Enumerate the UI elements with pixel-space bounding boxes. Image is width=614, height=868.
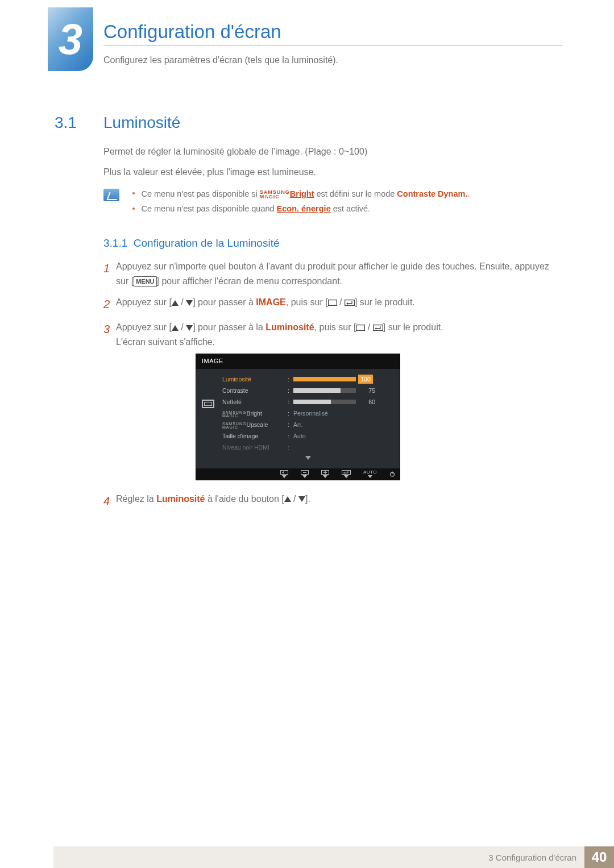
osd-screenshot: IMAGE Luminosité : 100 Contraste : (196, 354, 400, 480)
section-title: Luminosité (103, 114, 180, 132)
osd-row-hdmi: Niveau noir HDMI : (222, 442, 394, 453)
triangle-down-icon (186, 300, 193, 306)
triangle-up-icon (284, 496, 291, 502)
source-rect-icon (356, 325, 365, 331)
step-number: 2 (103, 295, 116, 313)
svg-rect-3 (345, 300, 354, 306)
step-number: 3 (103, 320, 116, 484)
chapter-number: 3 (59, 18, 82, 61)
note-item-2: Ce menu n'est pas disponible quand Econ.… (132, 204, 561, 213)
svg-marker-22 (343, 472, 345, 474)
svg-marker-27 (284, 496, 291, 502)
osd-row-luminosite: Luminosité : 100 (222, 373, 394, 385)
osd-row-taille: Taille d'image : Auto (222, 430, 394, 442)
menu-button-icon: MENU (134, 276, 156, 288)
osd-enter-icon (342, 470, 351, 478)
svg-rect-26 (392, 471, 392, 474)
chapter-header: Configuration d'écran Configurez les par… (103, 21, 563, 65)
osd-power-icon (389, 471, 395, 477)
svg-marker-6 (186, 325, 193, 331)
triangle-up-icon (172, 325, 179, 331)
osd-row-magicbright: SAMSUNGMAGICBright : Personnalisé (222, 408, 394, 419)
enter-rect-icon (373, 325, 383, 331)
svg-rect-21 (342, 470, 350, 474)
note-icon (103, 189, 119, 201)
page-footer: 3 Configuration d'écran 40 (53, 846, 614, 868)
note-list: Ce menu n'est pas disponible si SAMSUNGM… (132, 189, 561, 219)
svg-marker-1 (186, 300, 193, 306)
svg-marker-20 (323, 475, 327, 478)
svg-rect-7 (356, 325, 365, 331)
source-rect-icon (328, 300, 337, 306)
body-para-2: Plus la valeur est élevée, plus l'image … (103, 166, 563, 178)
note-block: Ce menu n'est pas disponible si SAMSUNGM… (103, 189, 563, 219)
triangle-down-icon (298, 496, 305, 502)
svg-rect-11 (280, 470, 288, 474)
step-3: 3 Appuyez sur [ / ] pour passer à la Lum… (103, 320, 563, 484)
osd-auto-label: AUTO (363, 470, 377, 478)
svg-marker-23 (344, 475, 349, 478)
triangle-up-icon (172, 300, 179, 306)
osd-nav-down (222, 453, 394, 465)
note-item-1: Ce menu n'est pas disponible si SAMSUNGM… (132, 189, 561, 198)
svg-marker-24 (368, 475, 372, 478)
step-2: 2 Appuyez sur [ / ] pour passer à IMAGE,… (103, 295, 563, 313)
step-4: 4 Réglez la Luminosité à l'aide du bouto… (103, 492, 563, 510)
osd-row-nettete: Netteté : 60 (222, 396, 394, 408)
chapter-subtitle: Configurez les paramètres d'écran (tels … (103, 55, 563, 65)
svg-marker-10 (305, 456, 311, 460)
svg-marker-13 (282, 475, 287, 478)
svg-rect-15 (303, 472, 306, 473)
footer-text: 3 Configuration d'écran (53, 846, 584, 868)
triangle-down-icon (186, 325, 193, 331)
svg-marker-12 (282, 471, 284, 474)
osd-category-icon (202, 400, 214, 408)
osd-plus-icon (321, 470, 329, 478)
osd-row-magicupscale: SAMSUNGMAGICUpscale : Arr. (222, 419, 394, 430)
step-number: 4 (103, 492, 116, 510)
osd-minus-icon (301, 470, 309, 478)
svg-rect-19 (325, 471, 326, 474)
steps-list: 1 Appuyez sur n'importe quel bouton à l'… (103, 259, 563, 517)
samsung-magic-logo: SAMSUNGMAGIC (260, 190, 290, 199)
divider (103, 45, 563, 46)
step-number: 1 (103, 259, 116, 288)
svg-marker-4 (346, 302, 348, 305)
section-number: 3.1 (55, 114, 77, 132)
svg-marker-9 (375, 327, 376, 330)
osd-row-contraste: Contraste : 75 (222, 385, 394, 396)
chevron-down-icon (305, 456, 311, 460)
svg-rect-8 (373, 325, 383, 331)
enter-rect-icon (345, 300, 355, 306)
svg-rect-2 (328, 300, 337, 306)
subsection-heading: 3.1.1 Configuration de la Luminosité (103, 237, 280, 250)
osd-back-icon (280, 470, 288, 478)
chapter-badge: 3 (48, 7, 93, 71)
step-1: 1 Appuyez sur n'importe quel bouton à l'… (103, 259, 563, 288)
page-number: 40 (584, 846, 614, 868)
chapter-title: Configuration d'écran (103, 21, 563, 43)
osd-title: IMAGE (196, 354, 400, 369)
body-para-1: Permet de régler la luminosité globale d… (103, 146, 563, 158)
svg-marker-16 (302, 475, 307, 478)
svg-marker-0 (172, 300, 179, 306)
svg-marker-28 (298, 496, 305, 502)
osd-footer: AUTO (196, 468, 400, 480)
svg-marker-5 (172, 325, 179, 331)
